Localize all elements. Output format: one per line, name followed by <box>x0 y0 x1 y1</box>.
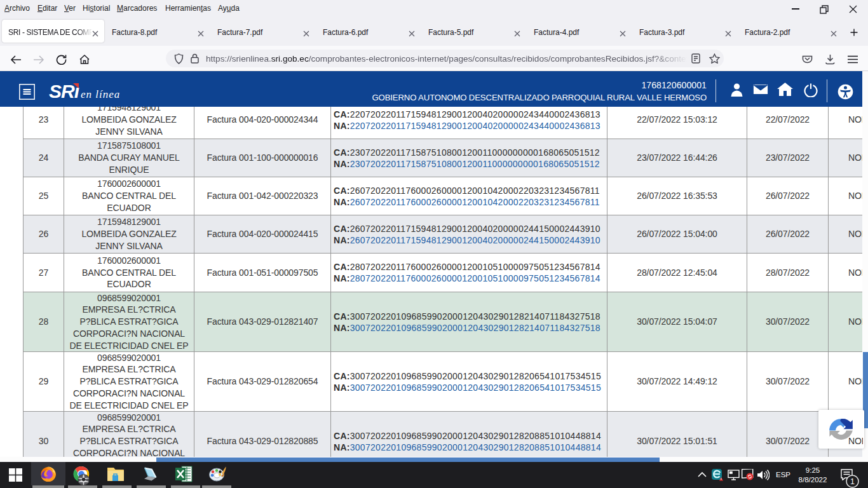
svg-text:1: 1 <box>850 477 855 486</box>
